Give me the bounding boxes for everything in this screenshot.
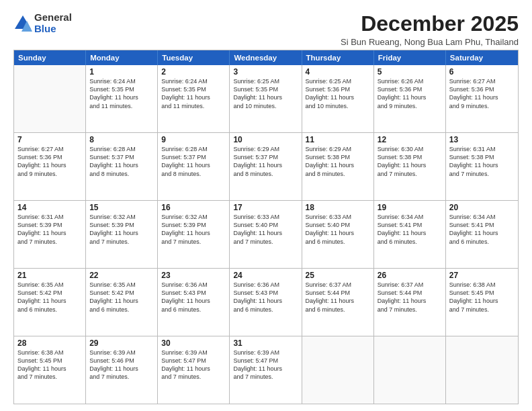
cell-info: Sunrise: 6:35 AM Sunset: 5:42 PM Dayligh…	[89, 281, 154, 314]
cell-day-number: 5	[378, 67, 442, 77]
cell-day-number: 23	[161, 271, 226, 280]
cell-day-number: 6	[449, 67, 515, 77]
header-day-wednesday: Wednesday	[230, 50, 302, 65]
logo-text: General Blue	[34, 12, 72, 34]
calendar-cell	[446, 336, 518, 404]
cell-info: Sunrise: 6:39 AM Sunset: 5:47 PM Dayligh…	[161, 349, 226, 381]
cell-info: Sunrise: 6:27 AM Sunset: 5:36 PM Dayligh…	[17, 145, 82, 178]
cell-day-number: 21	[17, 271, 82, 280]
calendar-cell: 30Sunrise: 6:39 AM Sunset: 5:47 PM Dayli…	[158, 336, 230, 404]
calendar-cell: 18Sunrise: 6:33 AM Sunset: 5:40 PM Dayli…	[302, 201, 374, 268]
calendar-cell: 29Sunrise: 6:39 AM Sunset: 5:46 PM Dayli…	[86, 336, 158, 404]
calendar-cell: 25Sunrise: 6:37 AM Sunset: 5:44 PM Dayli…	[302, 269, 374, 336]
cell-info: Sunrise: 6:27 AM Sunset: 5:36 PM Dayligh…	[449, 77, 515, 110]
cell-info: Sunrise: 6:38 AM Sunset: 5:45 PM Dayligh…	[449, 281, 515, 314]
cell-day-number: 20	[449, 203, 515, 212]
cell-info: Sunrise: 6:30 AM Sunset: 5:38 PM Dayligh…	[378, 145, 442, 178]
cell-day-number: 25	[306, 271, 370, 280]
cell-info: Sunrise: 6:39 AM Sunset: 5:46 PM Dayligh…	[89, 349, 154, 381]
calendar-cell: 13Sunrise: 6:31 AM Sunset: 5:38 PM Dayli…	[446, 133, 518, 200]
calendar-cell: 3Sunrise: 6:25 AM Sunset: 5:35 PM Daylig…	[230, 65, 302, 132]
calendar-cell: 27Sunrise: 6:38 AM Sunset: 5:45 PM Dayli…	[446, 269, 518, 336]
title-block: December 2025 Si Bun Rueang, Nong Bua La…	[341, 12, 519, 47]
cell-day-number: 14	[17, 203, 82, 212]
cell-info: Sunrise: 6:37 AM Sunset: 5:44 PM Dayligh…	[378, 281, 442, 314]
cell-day-number: 24	[233, 271, 298, 280]
cell-info: Sunrise: 6:34 AM Sunset: 5:41 PM Dayligh…	[378, 213, 442, 246]
cell-day-number: 8	[89, 135, 154, 144]
cell-info: Sunrise: 6:38 AM Sunset: 5:45 PM Dayligh…	[17, 349, 82, 381]
cell-info: Sunrise: 6:39 AM Sunset: 5:47 PM Dayligh…	[233, 349, 298, 381]
cell-day-number: 10	[233, 135, 298, 144]
calendar: SundayMondayTuesdayWednesdayThursdayFrid…	[13, 50, 519, 404]
cell-info: Sunrise: 6:26 AM Sunset: 5:36 PM Dayligh…	[378, 77, 442, 110]
header: General Blue December 2025 Si Bun Rueang…	[13, 12, 519, 47]
header-day-saturday: Saturday	[446, 50, 518, 65]
cell-info: Sunrise: 6:36 AM Sunset: 5:43 PM Dayligh…	[233, 281, 298, 314]
cell-day-number: 11	[306, 135, 370, 144]
header-day-sunday: Sunday	[14, 50, 86, 65]
header-day-thursday: Thursday	[302, 50, 374, 65]
calendar-cell	[374, 336, 446, 404]
calendar-cell: 24Sunrise: 6:36 AM Sunset: 5:43 PM Dayli…	[230, 269, 302, 336]
cell-info: Sunrise: 6:31 AM Sunset: 5:38 PM Dayligh…	[449, 145, 515, 178]
cell-info: Sunrise: 6:33 AM Sunset: 5:40 PM Dayligh…	[306, 213, 370, 246]
logo-icon	[13, 14, 32, 33]
cell-day-number: 19	[378, 203, 442, 212]
calendar-cell: 21Sunrise: 6:35 AM Sunset: 5:42 PM Dayli…	[14, 269, 86, 336]
cell-info: Sunrise: 6:28 AM Sunset: 5:37 PM Dayligh…	[89, 145, 154, 178]
calendar-cell: 26Sunrise: 6:37 AM Sunset: 5:44 PM Dayli…	[374, 269, 446, 336]
cell-info: Sunrise: 6:36 AM Sunset: 5:43 PM Dayligh…	[161, 281, 226, 314]
calendar-cell: 10Sunrise: 6:29 AM Sunset: 5:37 PM Dayli…	[230, 133, 302, 200]
cell-info: Sunrise: 6:37 AM Sunset: 5:44 PM Dayligh…	[306, 281, 370, 314]
calendar-row-0: 1Sunrise: 6:24 AM Sunset: 5:35 PM Daylig…	[14, 65, 518, 133]
header-day-friday: Friday	[374, 50, 446, 65]
cell-info: Sunrise: 6:35 AM Sunset: 5:42 PM Dayligh…	[17, 281, 82, 314]
calendar-cell	[14, 65, 86, 132]
calendar-cell: 12Sunrise: 6:30 AM Sunset: 5:38 PM Dayli…	[374, 133, 446, 200]
calendar-cell: 7Sunrise: 6:27 AM Sunset: 5:36 PM Daylig…	[14, 133, 86, 200]
cell-info: Sunrise: 6:25 AM Sunset: 5:36 PM Dayligh…	[306, 77, 370, 110]
cell-info: Sunrise: 6:24 AM Sunset: 5:35 PM Dayligh…	[161, 77, 226, 110]
calendar-cell: 9Sunrise: 6:28 AM Sunset: 5:37 PM Daylig…	[158, 133, 230, 200]
cell-info: Sunrise: 6:32 AM Sunset: 5:39 PM Dayligh…	[161, 213, 226, 246]
cell-day-number: 1	[89, 67, 154, 77]
calendar-cell: 1Sunrise: 6:24 AM Sunset: 5:35 PM Daylig…	[86, 65, 158, 132]
cell-day-number: 4	[306, 67, 370, 77]
calendar-header: SundayMondayTuesdayWednesdayThursdayFrid…	[14, 50, 518, 65]
calendar-cell: 5Sunrise: 6:26 AM Sunset: 5:36 PM Daylig…	[374, 65, 446, 132]
calendar-cell: 14Sunrise: 6:31 AM Sunset: 5:39 PM Dayli…	[14, 201, 86, 268]
cell-info: Sunrise: 6:29 AM Sunset: 5:37 PM Dayligh…	[233, 145, 298, 178]
calendar-row-3: 21Sunrise: 6:35 AM Sunset: 5:42 PM Dayli…	[14, 269, 518, 336]
cell-info: Sunrise: 6:32 AM Sunset: 5:39 PM Dayligh…	[89, 213, 154, 246]
logo: General Blue	[13, 12, 72, 34]
cell-day-number: 26	[378, 271, 442, 280]
calendar-cell: 16Sunrise: 6:32 AM Sunset: 5:39 PM Dayli…	[158, 201, 230, 268]
cell-info: Sunrise: 6:31 AM Sunset: 5:39 PM Dayligh…	[17, 213, 82, 246]
calendar-cell: 6Sunrise: 6:27 AM Sunset: 5:36 PM Daylig…	[446, 65, 518, 132]
cell-day-number: 13	[449, 135, 515, 144]
cell-day-number: 9	[161, 135, 226, 144]
calendar-row-2: 14Sunrise: 6:31 AM Sunset: 5:39 PM Dayli…	[14, 201, 518, 269]
cell-day-number: 12	[378, 135, 442, 144]
cell-day-number: 16	[161, 203, 226, 212]
cell-day-number: 2	[161, 67, 226, 77]
calendar-row-4: 28Sunrise: 6:38 AM Sunset: 5:45 PM Dayli…	[14, 336, 518, 404]
cell-day-number: 3	[233, 67, 298, 77]
cell-day-number: 27	[449, 271, 515, 280]
cell-day-number: 31	[233, 338, 298, 348]
calendar-body: 1Sunrise: 6:24 AM Sunset: 5:35 PM Daylig…	[14, 65, 518, 404]
location: Si Bun Rueang, Nong Bua Lam Phu, Thailan…	[341, 37, 519, 47]
header-day-monday: Monday	[86, 50, 158, 65]
calendar-cell: 22Sunrise: 6:35 AM Sunset: 5:42 PM Dayli…	[86, 269, 158, 336]
calendar-cell: 11Sunrise: 6:29 AM Sunset: 5:38 PM Dayli…	[302, 133, 374, 200]
cell-day-number: 17	[233, 203, 298, 212]
calendar-row-1: 7Sunrise: 6:27 AM Sunset: 5:36 PM Daylig…	[14, 133, 518, 201]
cell-day-number: 18	[306, 203, 370, 212]
cell-day-number: 22	[89, 271, 154, 280]
cell-info: Sunrise: 6:34 AM Sunset: 5:41 PM Dayligh…	[449, 213, 515, 246]
page: General Blue December 2025 Si Bun Rueang…	[0, 0, 532, 411]
cell-info: Sunrise: 6:33 AM Sunset: 5:40 PM Dayligh…	[233, 213, 298, 246]
cell-day-number: 28	[17, 338, 82, 348]
cell-day-number: 29	[89, 338, 154, 348]
